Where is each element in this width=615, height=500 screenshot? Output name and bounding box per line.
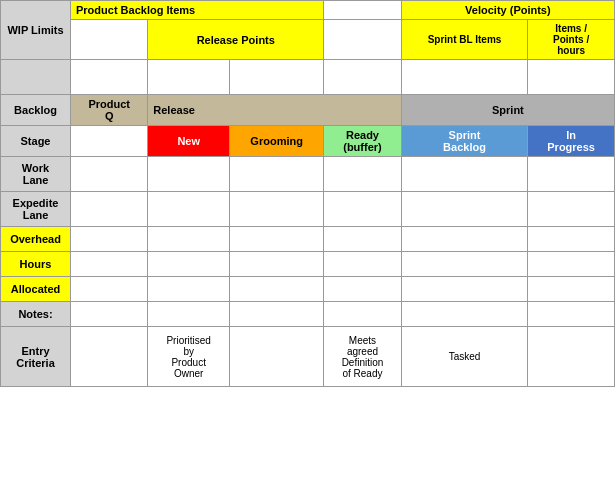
ec-empty-1 xyxy=(71,327,148,387)
wip-empty-4 xyxy=(230,60,324,95)
expedite-lane-row: Expedite Lane xyxy=(1,192,615,227)
hr-empty-3 xyxy=(230,252,324,277)
stage-row: Stage New Grooming Ready (buffer) Sprint… xyxy=(1,126,615,157)
ec-empty-3 xyxy=(230,327,324,387)
hr-empty-1 xyxy=(71,252,148,277)
al-empty-6 xyxy=(528,277,615,302)
ec-empty-6 xyxy=(528,327,615,387)
wl-empty-6 xyxy=(528,157,615,192)
items-points-hours-label: Items / Points / hours xyxy=(528,20,615,60)
wip-empty-1 xyxy=(1,60,71,95)
backlog-row: Backlog Product Q Release Sprint xyxy=(1,95,615,126)
velocity-points-label: Velocity (Points) xyxy=(401,1,614,20)
wip-empty-5 xyxy=(324,60,402,95)
hr-empty-4 xyxy=(324,252,402,277)
sprint-bl-items-label: Sprint BL Items xyxy=(401,20,528,60)
nt-empty-6 xyxy=(528,302,615,327)
product-q-label: Product Q xyxy=(71,95,148,126)
empty-sub-1 xyxy=(71,20,148,60)
ec-prioritised: Prioritised by Product Owner xyxy=(148,327,230,387)
el-empty-4 xyxy=(324,192,402,227)
entry-criteria-row: Entry Criteria Prioritised by Product Ow… xyxy=(1,327,615,387)
nt-empty-2 xyxy=(148,302,230,327)
release-points-label: Release Points xyxy=(148,20,324,60)
allocated-label: Allocated xyxy=(1,277,71,302)
el-empty-2 xyxy=(148,192,230,227)
hours-row: Hours xyxy=(1,252,615,277)
ec-meets-agreed: Meets agreed Definition of Ready xyxy=(324,327,402,387)
oh-empty-4 xyxy=(324,227,402,252)
ec-tasked: Tasked xyxy=(401,327,528,387)
new-label: New xyxy=(148,126,230,157)
wip-empty-3 xyxy=(148,60,230,95)
sprint-label: Sprint xyxy=(401,95,614,126)
stage-empty-1 xyxy=(71,126,148,157)
allocated-row: Allocated xyxy=(1,277,615,302)
wip-limits-cell: WIP Limits xyxy=(1,1,71,60)
work-lane-row: Work Lane xyxy=(1,157,615,192)
hr-empty-5 xyxy=(401,252,528,277)
release-label: Release xyxy=(148,95,401,126)
overhead-label: Overhead xyxy=(1,227,71,252)
expedite-lane-label: Expedite Lane xyxy=(1,192,71,227)
wip-empty-2 xyxy=(71,60,148,95)
wl-empty-4 xyxy=(324,157,402,192)
al-empty-4 xyxy=(324,277,402,302)
backlog-label: Backlog xyxy=(1,95,71,126)
sprint-backlog-label: Sprint Backlog xyxy=(401,126,528,157)
el-empty-3 xyxy=(230,192,324,227)
grooming-label: Grooming xyxy=(230,126,324,157)
entry-criteria-label: Entry Criteria xyxy=(1,327,71,387)
product-backlog-items-label: Product Backlog Items xyxy=(71,1,324,20)
al-empty-1 xyxy=(71,277,148,302)
in-progress-label: In Progress xyxy=(528,126,615,157)
empty-cell-1 xyxy=(324,1,402,20)
nt-empty-1 xyxy=(71,302,148,327)
oh-empty-6 xyxy=(528,227,615,252)
nt-empty-4 xyxy=(324,302,402,327)
ready-buffer-label: Ready (buffer) xyxy=(324,126,402,157)
al-empty-3 xyxy=(230,277,324,302)
el-empty-6 xyxy=(528,192,615,227)
nt-empty-5 xyxy=(401,302,528,327)
wl-empty-5 xyxy=(401,157,528,192)
oh-empty-1 xyxy=(71,227,148,252)
wip-empty-6 xyxy=(401,60,528,95)
notes-row: Notes: xyxy=(1,302,615,327)
stage-label: Stage xyxy=(1,126,71,157)
nt-empty-3 xyxy=(230,302,324,327)
overhead-row: Overhead xyxy=(1,227,615,252)
al-empty-5 xyxy=(401,277,528,302)
el-empty-5 xyxy=(401,192,528,227)
wl-empty-1 xyxy=(71,157,148,192)
oh-empty-2 xyxy=(148,227,230,252)
oh-empty-5 xyxy=(401,227,528,252)
oh-empty-3 xyxy=(230,227,324,252)
wl-empty-3 xyxy=(230,157,324,192)
hr-empty-2 xyxy=(148,252,230,277)
wip-empty-7 xyxy=(528,60,615,95)
el-empty-1 xyxy=(71,192,148,227)
hours-label: Hours xyxy=(1,252,71,277)
notes-label: Notes: xyxy=(1,302,71,327)
hr-empty-6 xyxy=(528,252,615,277)
wip-data-row xyxy=(1,60,615,95)
al-empty-2 xyxy=(148,277,230,302)
wl-empty-2 xyxy=(148,157,230,192)
empty-sub-2 xyxy=(324,20,402,60)
release-points-row: Release Points Sprint BL Items Items / P… xyxy=(1,20,615,60)
wip-limits-row: WIP Limits Product Backlog Items Velocit… xyxy=(1,1,615,20)
work-lane-label: Work Lane xyxy=(1,157,71,192)
